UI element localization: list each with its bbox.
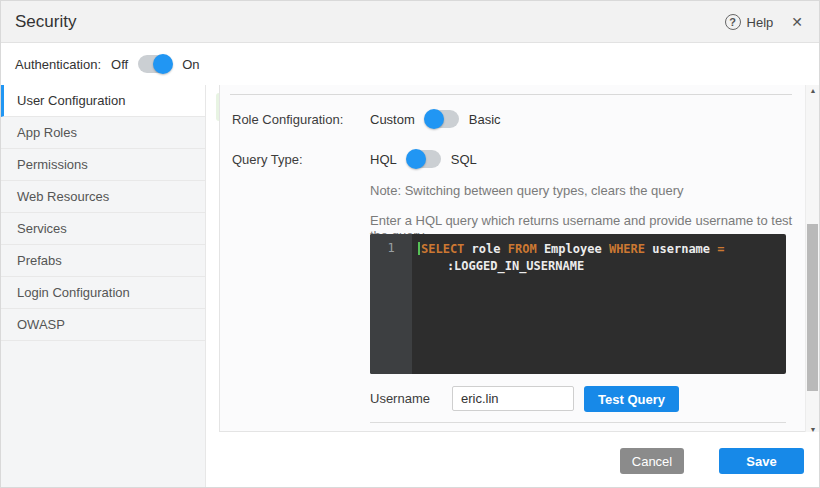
code-content[interactable]: SELECT role FROM Employee WHERE username… [412,234,786,374]
editor-caret [418,242,420,255]
code-line: SELECT role FROM Employee WHERE username… [418,241,778,258]
help-icon: ? [725,14,741,30]
query-code-editor[interactable]: 1 SELECT role FROM Employee WHERE userna… [370,234,786,374]
toggle-knob [153,54,173,74]
sidebar-item-login-configuration[interactable]: Login Configuration [1,277,205,309]
role-configuration-control: Custom Basic [370,108,501,130]
role-configuration-label: Role Configuration: [232,112,343,127]
sidebar-item-user-configuration[interactable]: User Configuration [1,85,205,117]
username-input[interactable] [452,386,574,411]
toggle-knob [406,149,426,169]
toggle-knob [424,109,444,129]
sidebar-item-label: Services [17,221,67,236]
sidebar-item-app-roles[interactable]: App Roles [1,117,205,149]
page-title: Security [15,12,76,32]
close-icon[interactable]: ✕ [787,12,807,32]
scrollbar-thumb[interactable] [807,224,818,391]
authentication-row: Authentication: Off On ✓ Tested query su… [1,43,819,85]
sidebar-item-label: Login Configuration [17,285,130,300]
help-button[interactable]: ? Help [725,14,774,30]
content-top-divider [230,94,792,95]
vertical-scrollbar[interactable]: ▲ ▼ [805,85,819,436]
query-sql-label: SQL [451,152,477,167]
help-label: Help [747,15,774,30]
scroll-up-arrow-icon[interactable]: ▲ [806,85,820,97]
sidebar-item-services[interactable]: Services [1,213,205,245]
query-note-text: Note: Switching between query types, cle… [370,183,684,198]
sidebar-nav: User ConfigurationApp RolesPermissionsWe… [1,85,206,488]
cancel-button[interactable]: Cancel [620,448,684,474]
query-type-toggle[interactable] [407,150,441,168]
sidebar-item-prefabs[interactable]: Prefabs [1,245,205,277]
sidebar-item-label: Web Resources [17,189,109,204]
authentication-off-label: Off [111,57,128,72]
save-button[interactable]: Save [719,448,804,474]
sidebar-item-label: Permissions [17,157,88,172]
role-basic-label: Basic [469,112,501,127]
sidebar-item-owasp[interactable]: OWASP [1,309,205,341]
code-line: :LOGGED_IN_USERNAME [418,258,778,275]
authentication-control: Authentication: Off On [15,43,199,85]
authentication-on-label: On [182,57,199,72]
role-configuration-toggle[interactable] [425,110,459,128]
test-query-button[interactable]: Test Query [584,386,679,412]
security-dialog: Security ? Help ✕ Authentication: Off On… [0,0,820,488]
sidebar-item-label: User Configuration [17,93,125,108]
query-type-control: HQL SQL [370,148,477,170]
query-type-label: Query Type: [232,152,303,167]
content-bottom-divider [370,422,786,423]
role-custom-label: Custom [370,112,415,127]
sidebar-item-permissions[interactable]: Permissions [1,149,205,181]
sidebar-item-label: Prefabs [17,253,62,268]
sidebar-item-web-resources[interactable]: Web Resources [1,181,205,213]
content-panel: Role Configuration: Custom Basic Query T… [219,85,805,432]
authentication-label: Authentication: [15,57,101,72]
username-label: Username [370,391,430,406]
sidebar-item-label: App Roles [17,125,77,140]
query-hql-label: HQL [370,152,397,167]
sidebar-item-label: OWASP [17,317,65,332]
editor-line-number: 1 [370,234,412,374]
header-actions: ? Help ✕ [725,1,807,43]
authentication-toggle[interactable] [138,55,172,73]
dialog-footer: Cancel Save [206,432,820,488]
dialog-header: Security ? Help ✕ [1,1,819,43]
